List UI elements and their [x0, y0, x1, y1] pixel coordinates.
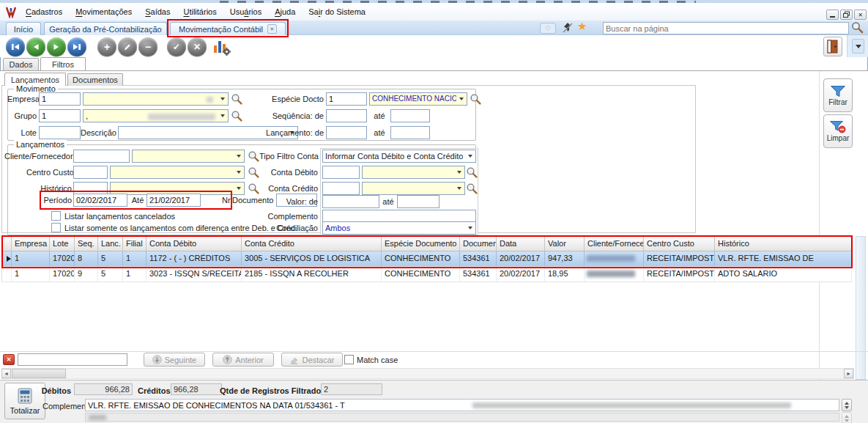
empresa-combo[interactable]	[83, 92, 229, 106]
conta-credito-combo[interactable]	[362, 182, 465, 195]
edit-record-button[interactable]	[118, 37, 137, 56]
lancamento-de-field[interactable]	[326, 126, 367, 139]
valor-ate-field[interactable]	[397, 195, 439, 208]
especie-docto-lookup-icon[interactable]	[470, 93, 482, 106]
grid-col-lote[interactable]: Lote	[50, 237, 75, 251]
filtrar-button[interactable]: Filtrar	[823, 78, 853, 112]
grid-col-cliente-fornecedor[interactable]: Cliente/Fornecedor	[585, 237, 644, 251]
grupo-code-field[interactable]	[39, 109, 81, 122]
favorite-heart-button[interactable]: ♡	[540, 23, 556, 34]
exit-button[interactable]	[823, 37, 842, 56]
grid-col-data[interactable]: Data	[497, 237, 545, 251]
grid-col-seq-[interactable]: Seq.	[75, 237, 98, 251]
page-search-icon[interactable]	[851, 21, 864, 34]
highlight-button[interactable]: Destacar	[281, 353, 343, 367]
first-record-button[interactable]	[6, 37, 25, 56]
conta-debito-lookup-icon[interactable]	[466, 166, 478, 179]
listar-diferenca-checkbox[interactable]	[51, 223, 61, 232]
grupo-combo[interactable]: ,	[83, 109, 229, 122]
confirm-button[interactable]: ✓	[167, 37, 186, 56]
listar-cancelados-checkbox[interactable]	[51, 211, 61, 221]
chart-settings-icon[interactable]	[212, 37, 231, 56]
find-input[interactable]	[18, 353, 127, 366]
close-findbar-button[interactable]: ✕	[3, 354, 15, 365]
grid-col-esp-cie-documento[interactable]: Espécie Documento	[382, 237, 460, 251]
conta-debito-code-field[interactable]	[322, 166, 360, 179]
cliente-lookup-icon[interactable]	[248, 150, 260, 163]
add-record-button[interactable]: +	[97, 37, 116, 56]
menu-item-sa-das[interactable]: Saídas	[138, 3, 177, 21]
close-button[interactable]: ✕	[854, 10, 867, 20]
menu-item-cadastros[interactable]: Cadastros	[19, 3, 69, 21]
grid-vertical-scrollbar[interactable]	[856, 236, 866, 380]
restore-button[interactable]	[840, 10, 853, 20]
limpar-button[interactable]: Limpar	[823, 114, 853, 148]
last-record-button[interactable]	[67, 37, 86, 56]
valor-de-field[interactable]	[322, 195, 379, 208]
match-case-checkbox[interactable]	[344, 355, 354, 364]
especie-docto-combo[interactable]: CONHECIMENTO NACIONAL	[369, 92, 467, 106]
find-next-button[interactable]: Seguinte	[144, 353, 205, 367]
centro-custo-combo[interactable]	[110, 166, 245, 179]
tab-filtros[interactable]: Filtros	[40, 57, 86, 70]
grupo-lookup-icon[interactable]	[231, 110, 243, 122]
centro-custo-lookup-icon[interactable]	[248, 166, 260, 179]
table-row[interactable]: 1170208511172 - ( - ) CRÉDITOS3005 - SER…	[1, 251, 852, 267]
grid-col-filial[interactable]: Filial	[123, 237, 146, 251]
conta-debito-combo[interactable]	[362, 166, 465, 179]
complemento-spinner[interactable]	[842, 399, 852, 411]
empresa-code-field[interactable]	[39, 92, 81, 106]
especie-docto-code-field[interactable]	[326, 92, 367, 106]
tab-dados[interactable]: Dados	[3, 58, 39, 70]
sequencia-de-field[interactable]	[326, 109, 367, 122]
centro-custo-code-field[interactable]	[73, 166, 108, 179]
grid-col-conta-cr-dito[interactable]: Conta Crédito	[242, 237, 382, 251]
delete-record-button[interactable]: −	[138, 37, 157, 56]
previous-record-button[interactable]	[26, 37, 45, 56]
grid-col-lanc-[interactable]: Lanc.	[98, 237, 123, 251]
grid-horizontal-scrollbar[interactable]	[1, 368, 854, 379]
periodo-ate-field[interactable]	[146, 194, 201, 207]
tipo-filtro-conta-combo[interactable]: Informar Conta Débito e Conta Crédito	[322, 150, 476, 163]
empresa-lookup-icon[interactable]	[231, 93, 243, 106]
grid-col-empresa[interactable]: Empresa	[12, 237, 50, 251]
tab-geracao-pre-contabilizacao[interactable]: Geração da Pré-Contabilização	[44, 22, 167, 35]
conta-credito-lookup-icon[interactable]	[466, 183, 478, 195]
tab-inicio[interactable]: Início	[6, 22, 41, 35]
grid-col-centro-custo[interactable]: Centro Custo	[644, 237, 715, 251]
cliente-combo[interactable]	[132, 150, 245, 163]
minimize-button[interactable]	[826, 10, 839, 20]
scroll-left-arrow[interactable]: ◂	[1, 369, 11, 378]
cancel-button[interactable]: ✕	[188, 37, 207, 56]
menu-item-sair-do-sistema[interactable]: Sair do Sistema	[302, 3, 372, 21]
favorites-star-icon[interactable]: ★	[577, 20, 587, 33]
table-row[interactable]: 1170209513023 - ISSQN S/RECEITA2185 - IS…	[1, 267, 852, 282]
menu-item-movimenta-es[interactable]: Movimentações	[69, 3, 138, 21]
tab-close-icon[interactable]: ✕	[267, 24, 277, 34]
menu-item-usu-rios[interactable]: Usuários	[223, 3, 268, 21]
sequencia-ate-field[interactable]	[390, 109, 430, 122]
lancamento-ate-field[interactable]	[390, 126, 430, 139]
pin-disabled-icon[interactable]	[561, 21, 574, 34]
grid-col-documento[interactable]: Documento	[460, 237, 497, 251]
toolbar-dropdown-button[interactable]	[852, 39, 864, 54]
scroll-thumb[interactable]	[12, 369, 66, 378]
grid-col-valor[interactable]: Valor	[545, 237, 585, 251]
grid-col-conta-d-bito[interactable]: Conta Débito	[146, 237, 242, 251]
find-previous-button[interactable]: Anterior	[212, 353, 274, 367]
conta-credito-code-field[interactable]	[322, 182, 360, 195]
menu-item-ajuda[interactable]: Ajuda	[268, 3, 302, 21]
tab-documentos[interactable]: Documentos	[67, 73, 123, 86]
next-record-button[interactable]	[47, 37, 66, 56]
lancamentos-legend: Lançamentos	[14, 139, 67, 150]
menu-item-utilit-rios[interactable]: Utilitários	[177, 3, 223, 21]
tab-movimentacao-contabil[interactable]: Movimentação Contábil ✕	[170, 22, 286, 35]
periodo-de-field[interactable]	[73, 194, 127, 207]
tab-lancamentos[interactable]: Lançamentos	[4, 73, 66, 86]
scroll-right-arrow[interactable]: ▸	[844, 369, 853, 378]
grid-col-hist-rico[interactable]: Histórico	[715, 237, 852, 251]
page-search-input[interactable]	[603, 22, 849, 34]
conciliacao-combo[interactable]: Ambos	[322, 221, 476, 235]
lote-field[interactable]	[39, 126, 81, 139]
cliente-code-field[interactable]	[73, 150, 130, 163]
